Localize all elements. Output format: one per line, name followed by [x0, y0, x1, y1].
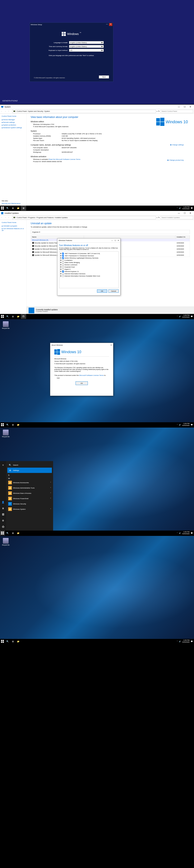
col-installed-on[interactable]: Installed On [175, 236, 190, 239]
task-view-icon[interactable]: ⊞ [10, 206, 15, 211]
recycle-bin-icon[interactable]: Recycle Bin [2, 430, 9, 438]
back-button[interactable]: ← [1, 217, 4, 218]
feature-item[interactable]: ⊞ .NET Framework 4.7 Advanced Services [60, 255, 118, 257]
tray-up-icon[interactable]: ˄ [177, 532, 177, 534]
start-apps-list[interactable]: 🔍Search ⚙Settings SW📁Windows Accessories… [6, 461, 53, 531]
search-icon[interactable]: 🔍 [5, 206, 10, 211]
settings-icon[interactable]: ⚙ [0, 518, 6, 524]
sidebar-advanced-settings[interactable]: Advanced system settings [2, 127, 25, 129]
start-app-item[interactable]: 🛡Windows Security [7, 501, 52, 506]
up-button[interactable]: ↑ [8, 111, 11, 112]
minimize-button[interactable]: — [105, 23, 109, 26]
minimize-button[interactable]: — [176, 105, 182, 109]
clock[interactable]: 3:28 PM4/29/2020 [182, 314, 190, 318]
feature-item[interactable]: ⊞ Internet Explorer 11 [60, 270, 118, 273]
power-icon[interactable]: ⏻ [0, 524, 6, 530]
task-view-icon[interactable]: ⊞ [10, 314, 15, 319]
license-terms-link[interactable]: Microsoft Software License Terms [79, 374, 104, 376]
maximize-button[interactable]: ☐ [115, 240, 116, 241]
sidebar-windows-features[interactable]: Turn Windows features on or off [2, 228, 25, 231]
notification-icon[interactable]: 💬 [191, 316, 193, 317]
feature-item[interactable]: ⊞ .NET Framework 3.5 (includes .NET 2.0 … [60, 252, 118, 255]
start-button[interactable] [0, 206, 5, 211]
feature-item[interactable]: ⊞ Data Center Bridging [60, 261, 118, 264]
forward-button[interactable]: → [4, 111, 8, 112]
taskbar-app[interactable]: 🗔 [21, 314, 26, 319]
col-name[interactable]: Name [31, 236, 84, 239]
language-select[interactable]: English (United States) [69, 41, 104, 44]
feature-item[interactable]: ⊞ Hyper-V [60, 268, 118, 270]
next-button[interactable]: Next [99, 75, 109, 79]
security-maintenance-link[interactable]: Security and Maintenance [2, 203, 21, 205]
features-tree[interactable]: ⊞ .NET Framework 3.5 (includes .NET 2.0 … [59, 251, 119, 288]
organize-button[interactable]: Organize ▾ [31, 230, 190, 234]
volume-icon[interactable]: 🔊 [179, 641, 181, 642]
file-explorer-icon[interactable]: 📁 [15, 314, 21, 319]
time-format-select[interactable]: English (United States) [69, 45, 104, 48]
feature-item[interactable]: ⊞ Guarded Host [60, 266, 118, 268]
start-button[interactable] [0, 422, 5, 427]
tray-up-icon[interactable]: ˄ [177, 207, 177, 209]
task-view-icon[interactable]: ⊞ [10, 531, 15, 535]
start-letter-header[interactable]: S [7, 474, 52, 476]
cancel-button[interactable]: Cancel [108, 289, 119, 293]
clock[interactable]: 3:35 PM4/29/2020 [182, 640, 190, 643]
start-button[interactable] [0, 314, 5, 319]
feature-item[interactable]: ⊞ Active Directory Lightweight Directory… [60, 257, 118, 259]
close-button[interactable]: ✕ [110, 344, 112, 346]
recycle-bin-icon[interactable]: Recycle Bin [2, 321, 9, 329]
breadcrumb[interactable]: 📟 › Control Panel› System and Security› … [12, 110, 156, 113]
file-explorer-icon[interactable]: 📁 [15, 531, 21, 535]
start-search[interactable]: 🔍Search [7, 462, 52, 468]
feature-item[interactable]: ⊞ Containers [60, 259, 118, 261]
recycle-bin-icon[interactable]: Recycle Bin [2, 538, 9, 546]
change-product-key-link[interactable]: ◉ Change product key [167, 159, 184, 161]
tray-up-icon[interactable]: ˄ [177, 641, 177, 642]
clock[interactable]: 3:28 PM4/29/2020 [182, 206, 190, 210]
feature-item[interactable]: ⊞ Internet Information Services [60, 273, 118, 275]
sidebar-system-protection[interactable]: System protection [2, 124, 25, 126]
user-icon[interactable]: 👤 [0, 499, 6, 505]
start-app-item[interactable]: 📁Windows Accessories˅ [7, 480, 52, 485]
documents-icon[interactable]: 🗎 [0, 505, 6, 512]
start-app-item[interactable]: 📁Windows Ease of Access˅ [7, 491, 52, 496]
minimize-button[interactable]: — [111, 240, 113, 241]
ok-button[interactable]: OK [97, 289, 107, 293]
close-button[interactable]: ✕ [188, 211, 193, 215]
search-input[interactable] [161, 216, 193, 219]
clock[interactable]: 3:28 PM4/29/2020 [182, 423, 190, 427]
notification-icon[interactable]: 💬 [191, 207, 193, 209]
minimize-button[interactable]: — [176, 211, 182, 215]
start-app-settings[interactable]: ⚙Settings [7, 468, 52, 473]
change-settings-link[interactable]: ◉ Change settings [170, 144, 184, 146]
maximize-button[interactable]: ☐ [182, 105, 188, 109]
ok-button[interactable]: OK [75, 381, 88, 385]
feature-item[interactable]: ⊞ Device Lockdown [60, 264, 118, 266]
start-expand-icon[interactable]: ≡ [0, 462, 6, 468]
volume-icon[interactable]: 🔊 [179, 316, 181, 317]
file-explorer-icon[interactable]: 📁 [15, 206, 21, 211]
search-input[interactable] [161, 110, 193, 113]
sidebar-remote-settings[interactable]: Remote settings [2, 121, 25, 123]
refresh-button[interactable]: ↻ [158, 217, 160, 218]
keyboard-select[interactable]: US [69, 49, 104, 52]
notification-icon[interactable]: 💬 [191, 532, 193, 534]
sidebar-device-manager[interactable]: Device Manager [2, 119, 25, 121]
license-terms-link[interactable]: Read the Microsoft Software License Term… [49, 158, 80, 160]
tray-up-icon[interactable]: ˄ [177, 316, 177, 317]
task-view-icon[interactable]: ⊞ [10, 639, 15, 644]
file-explorer-icon[interactable]: 📁 [15, 639, 21, 644]
breadcrumb[interactable]: 📟 › Control Panel› Programs› Programs an… [12, 216, 156, 219]
taskbar-app[interactable]: 🖥 [21, 206, 26, 211]
clock[interactable]: 3:35 PM4/29/2020 [182, 531, 190, 535]
volume-icon[interactable]: 🔊 [179, 207, 181, 209]
close-button[interactable]: ✕ [118, 240, 119, 241]
start-app-item[interactable]: 📁Windows Administrative Tools˅ [7, 485, 52, 491]
maximize-button[interactable]: ☐ [182, 211, 188, 215]
start-app-item[interactable]: 📁Windows PowerShell˅ [7, 496, 52, 501]
start-letter-header[interactable]: W [7, 477, 52, 479]
close-button[interactable]: ✕ [188, 105, 193, 109]
start-app-item[interactable]: 📁Windows System˅ [7, 506, 52, 512]
back-button[interactable]: ← [1, 111, 4, 112]
notification-icon[interactable]: 💬 [191, 424, 193, 426]
